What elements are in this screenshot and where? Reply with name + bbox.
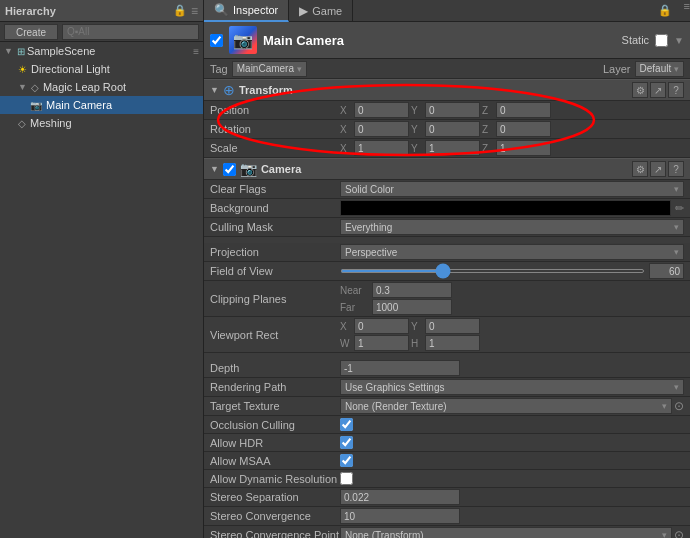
allow-dynamic-resolution-checkbox[interactable] (340, 472, 353, 485)
scale-x[interactable] (354, 140, 409, 156)
camera-component-header[interactable]: ▼ 📷 Camera ⚙ ↗ ? (204, 158, 690, 180)
allow-hdr-checkbox[interactable] (340, 436, 353, 449)
transform-maximize-button[interactable]: ↗ (650, 82, 666, 98)
static-dropdown-arrow[interactable]: ▼ (674, 35, 684, 46)
rendering-path-row: Rendering Path Use Graphics Settings ▾ (204, 378, 690, 397)
scale-label: Scale (210, 142, 340, 154)
culling-mask-dropdown[interactable]: Everything ▾ (340, 219, 684, 235)
target-texture-pick-icon[interactable]: ⊙ (674, 399, 684, 413)
occlusion-culling-checkbox[interactable] (340, 418, 353, 431)
near-value[interactable] (372, 282, 452, 298)
culling-mask-arrow: ▾ (674, 222, 679, 232)
hierarchy-item-label: Meshing (30, 117, 72, 129)
camera-maximize-button[interactable]: ↗ (650, 161, 666, 177)
stereo-separation-row: Stereo Separation (204, 488, 690, 507)
expand-arrow-scene: ▼ (4, 46, 13, 56)
hierarchy-item-label: Directional Light (31, 63, 110, 75)
hierarchy-item-samplescene[interactable]: ▼ ⊞ SampleScene ≡ (0, 42, 203, 60)
vp-row-2: W H (340, 335, 684, 351)
position-x[interactable] (354, 102, 409, 118)
vp-y[interactable] (425, 318, 480, 334)
layer-dropdown[interactable]: Default ▾ (635, 61, 684, 77)
stereo-convergence-value[interactable] (340, 508, 460, 524)
allow-hdr-row: Allow HDR (204, 434, 690, 452)
static-label: Static (622, 34, 650, 46)
tab-game[interactable]: ▶ Game (289, 0, 353, 22)
far-value[interactable] (372, 299, 452, 315)
light-icon: ☀ (18, 64, 27, 75)
object-enabled-checkbox[interactable] (210, 34, 223, 47)
scale-y[interactable] (425, 140, 480, 156)
background-row: Background ✏ (204, 199, 690, 218)
rotation-y[interactable] (425, 121, 480, 137)
vp-w-label: W (340, 338, 352, 349)
hierarchy-item-directional-light[interactable]: ☀ Directional Light (0, 60, 203, 78)
rotation-z[interactable] (496, 121, 551, 137)
hierarchy-item-meshing[interactable]: ◇ Meshing (0, 114, 203, 132)
hierarchy-item-main-camera[interactable]: 📷 Main Camera (0, 96, 203, 114)
depth-label: Depth (210, 362, 340, 374)
background-color-swatch[interactable] (340, 200, 671, 216)
static-checkbox[interactable] (655, 34, 668, 47)
rendering-path-dropdown[interactable]: Use Graphics Settings ▾ (340, 379, 684, 395)
tag-dropdown[interactable]: MainCamera ▾ (232, 61, 307, 77)
create-button[interactable]: Create ▼ (4, 24, 58, 40)
stereo-convergence-point-pick-icon[interactable]: ⊙ (674, 528, 684, 538)
rotation-x[interactable] (354, 121, 409, 137)
hierarchy-item-label: Main Camera (46, 99, 112, 111)
position-y[interactable] (425, 102, 480, 118)
tab-inspector[interactable]: 🔍 Inspector (204, 0, 289, 22)
hierarchy-lock-icon[interactable]: 🔒 (173, 4, 187, 17)
vp-w[interactable] (354, 335, 409, 351)
position-z[interactable] (496, 102, 551, 118)
stereo-separation-value[interactable] (340, 489, 460, 505)
mesh-icon: ◇ (18, 118, 26, 129)
fov-slider[interactable] (340, 269, 645, 273)
target-texture-row: Target Texture None (Render Texture) ▾ ⊙ (204, 397, 690, 416)
transform-component-header[interactable]: ▼ ⊕ Transform ⚙ ↗ ? (204, 79, 690, 101)
camera-icon: 📷 (30, 100, 42, 111)
camera-enabled-checkbox[interactable] (223, 163, 236, 176)
near-label: Near (340, 285, 368, 296)
hierarchy-menu-icon[interactable]: ≡ (191, 4, 198, 18)
paint-icon[interactable]: ✏ (675, 202, 684, 215)
culling-mask-label: Culling Mask (210, 221, 340, 233)
scale-z[interactable] (496, 140, 551, 156)
transform-settings-button[interactable]: ⚙ (632, 82, 648, 98)
allow-msaa-checkbox[interactable] (340, 454, 353, 467)
rendering-path-value: Use Graphics Settings (345, 382, 445, 393)
stereo-convergence-point-label: Stereo Convergence Point (210, 529, 340, 538)
fov-value[interactable] (649, 263, 684, 279)
sz-label: Z (482, 143, 494, 154)
camera-expand-arrow: ▼ (210, 164, 219, 174)
background-label: Background (210, 202, 340, 214)
hierarchy-search[interactable] (62, 24, 199, 40)
sy-label: Y (411, 143, 423, 154)
rendering-path-label: Rendering Path (210, 381, 340, 393)
scene-menu-icon[interactable]: ≡ (193, 46, 199, 57)
clipping-planes-values: Near Far (340, 282, 684, 315)
inspector-lock-button[interactable]: 🔒 (650, 0, 680, 21)
position-label: Position (210, 104, 340, 116)
target-texture-dropdown[interactable]: None (Render Texture) ▾ (340, 398, 672, 414)
stereo-convergence-point-dropdown[interactable]: None (Transform) ▾ (340, 527, 672, 538)
camera-settings-button[interactable]: ⚙ (632, 161, 648, 177)
projection-value: Perspective (345, 247, 397, 258)
vp-h[interactable] (425, 335, 480, 351)
background-values: ✏ (340, 200, 684, 216)
hierarchy-item-label: SampleScene (27, 45, 96, 57)
near-row: Near (340, 282, 684, 298)
projection-dropdown[interactable]: Perspective ▾ (340, 244, 684, 260)
layer-value-text: Default (640, 63, 672, 74)
hierarchy-item-magic-leap-root[interactable]: ▼ ◇ Magic Leap Root (0, 78, 203, 96)
transform-component-buttons: ⚙ ↗ ? (632, 82, 684, 98)
inspector-menu-icon[interactable]: ≡ (684, 0, 690, 21)
hierarchy-panel: Hierarchy 🔒 ≡ Create ▼ ▼ ⊞ SampleScene ≡… (0, 0, 204, 538)
camera-help-button[interactable]: ? (668, 161, 684, 177)
depth-value[interactable] (340, 360, 460, 376)
transform-help-button[interactable]: ? (668, 82, 684, 98)
vp-x[interactable] (354, 318, 409, 334)
clear-flags-dropdown[interactable]: Solid Color ▾ (340, 181, 684, 197)
occlusion-culling-label: Occlusion Culling (210, 419, 340, 431)
position-row: Position X Y Z (204, 101, 690, 120)
